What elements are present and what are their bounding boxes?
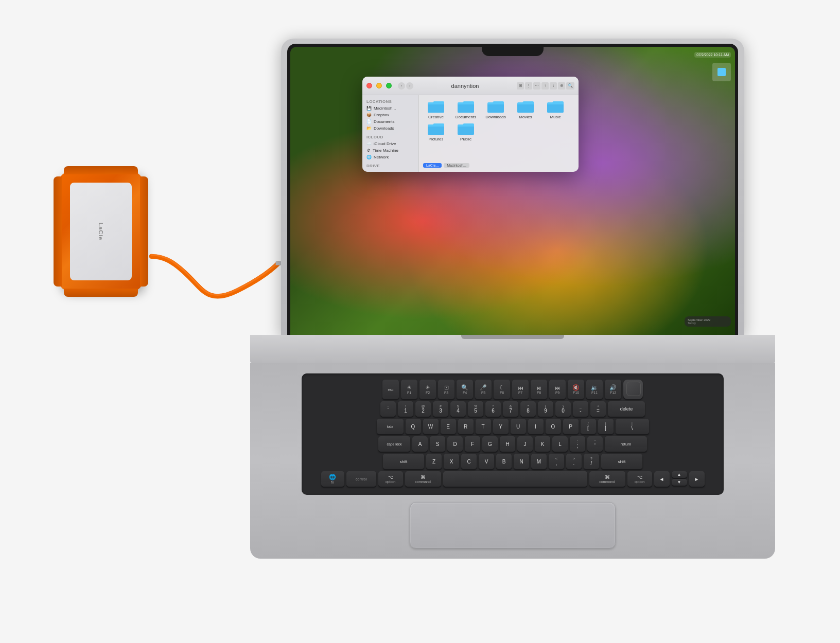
sidebar-item-network[interactable]: 🌐 Network xyxy=(362,154,418,160)
key-equals[interactable]: += xyxy=(590,401,606,417)
folder-item-downloads[interactable]: Downloads xyxy=(483,99,509,119)
folder-item-movies[interactable]: Movies xyxy=(513,99,538,119)
key-command-left[interactable]: ⌘ command xyxy=(405,471,441,487)
key-i[interactable]: I xyxy=(528,419,544,434)
folder-item-pictures[interactable]: Pictures xyxy=(423,121,449,141)
key-option-left[interactable]: ⌥ option xyxy=(378,471,403,487)
sidebar-item-icloud[interactable]: ☁️ iCloud Drive xyxy=(362,140,418,147)
key-6[interactable]: ^6 xyxy=(485,401,501,417)
key-f1[interactable]: ☀F1 xyxy=(401,380,417,399)
key-backslash[interactable]: |\ xyxy=(616,419,649,434)
sidebar-item-downloads[interactable]: 📂 Downloads xyxy=(362,125,418,132)
key-q[interactable]: Q xyxy=(406,419,421,434)
key-5[interactable]: %5 xyxy=(468,401,483,417)
key-comma[interactable]: <, xyxy=(549,454,564,469)
key-3[interactable]: #3 xyxy=(433,401,448,417)
key-c[interactable]: C xyxy=(461,454,477,469)
key-f11[interactable]: 🔉F11 xyxy=(586,380,603,399)
key-f4[interactable]: 🔍F4 xyxy=(457,380,473,399)
key-k[interactable]: K xyxy=(535,436,550,452)
minimize-button[interactable] xyxy=(376,83,382,88)
folder-item-music[interactable]: Music xyxy=(542,99,568,119)
key-2[interactable]: @2 xyxy=(415,401,431,417)
laptop-lid: 07/2/2022 10:11 AM September 2022 Today xyxy=(281,39,744,337)
key-4[interactable]: $4 xyxy=(450,401,466,417)
key-control[interactable]: control xyxy=(346,471,376,487)
key-touchid[interactable] xyxy=(623,380,643,399)
key-g[interactable]: G xyxy=(482,436,498,452)
key-shift-left[interactable]: shift xyxy=(383,454,424,469)
key-d[interactable]: D xyxy=(447,436,463,452)
key-fn[interactable]: 🌐 fn xyxy=(321,471,344,487)
key-capslock[interactable]: caps lock xyxy=(378,436,410,452)
key-period[interactable]: >. xyxy=(566,454,582,469)
key-w[interactable]: W xyxy=(423,419,439,434)
key-rbracket[interactable]: }] xyxy=(598,419,614,434)
folder-item-public[interactable]: Public xyxy=(453,121,479,141)
key-tab[interactable]: tab xyxy=(377,419,404,434)
key-0[interactable]: )0 xyxy=(555,401,571,417)
key-e[interactable]: E xyxy=(441,419,456,434)
key-a[interactable]: A xyxy=(412,436,428,452)
key-f7[interactable]: ⏮F7 xyxy=(512,380,529,399)
key-delete[interactable]: delete xyxy=(608,401,645,417)
key-lbracket[interactable]: {[ xyxy=(581,419,596,434)
key-h[interactable]: H xyxy=(500,436,515,452)
key-f8[interactable]: ⏯F8 xyxy=(531,380,547,399)
key-u[interactable]: U xyxy=(511,419,526,434)
maximize-button[interactable] xyxy=(386,83,392,88)
key-semicolon[interactable]: :; xyxy=(570,436,585,452)
key-n[interactable]: N xyxy=(514,454,529,469)
folder-item-creative[interactable]: Creative xyxy=(423,99,449,119)
trackpad[interactable] xyxy=(410,502,616,548)
key-return[interactable]: return xyxy=(605,436,647,452)
key-command-right[interactable]: ⌘ command xyxy=(589,471,625,487)
key-8[interactable]: *8 xyxy=(520,401,536,417)
key-arrow-up[interactable]: ▲ xyxy=(672,471,687,478)
key-r[interactable]: R xyxy=(458,419,474,434)
key-f12[interactable]: 🔊F12 xyxy=(605,380,621,399)
key-v[interactable]: V xyxy=(479,454,494,469)
key-f5[interactable]: 🎤F5 xyxy=(475,380,492,399)
key-9[interactable]: (9 xyxy=(538,401,553,417)
folder-item-documents[interactable]: Documents xyxy=(453,99,479,119)
key-f3[interactable]: ⊡F3 xyxy=(438,380,454,399)
key-b[interactable]: B xyxy=(496,454,512,469)
key-f[interactable]: F xyxy=(465,436,480,452)
sidebar-item-dropbox[interactable]: 📦 Dropbox xyxy=(362,112,418,118)
key-arrow-right[interactable]: ► xyxy=(689,471,705,487)
close-button[interactable] xyxy=(366,83,372,88)
key-f6[interactable]: ☾F6 xyxy=(494,380,510,399)
key-arrow-down[interactable]: ▼ xyxy=(672,479,687,486)
key-esc[interactable]: esc xyxy=(382,380,399,399)
key-quote[interactable]: "' xyxy=(587,436,603,452)
key-y[interactable]: Y xyxy=(493,419,509,434)
key-f2[interactable]: ☀F2 xyxy=(419,380,436,399)
key-backtick[interactable]: ~` xyxy=(380,401,396,417)
key-x[interactable]: X xyxy=(444,454,459,469)
key-shift-right[interactable]: shift xyxy=(601,454,642,469)
key-s[interactable]: S xyxy=(430,436,445,452)
key-t[interactable]: T xyxy=(476,419,491,434)
key-7[interactable]: &7 xyxy=(503,401,518,417)
key-option-right[interactable]: ⌥ option xyxy=(627,471,652,487)
key-arrow-left[interactable]: ◄ xyxy=(654,471,670,487)
key-m[interactable]: M xyxy=(531,454,547,469)
sidebar-item-timemachine[interactable]: ⏱ Time Machine xyxy=(362,147,418,154)
key-f10[interactable]: 🔇F10 xyxy=(568,380,584,399)
key-l[interactable]: L xyxy=(552,436,568,452)
key-o[interactable]: O xyxy=(546,419,561,434)
finder-toolbar: ‹ › dannyntion ⊞ ⋮ ⋯ ↑ ↓ xyxy=(362,77,579,95)
laptop-hinge xyxy=(461,335,564,339)
key-minus[interactable]: _- xyxy=(573,401,588,417)
sidebar-item-macintosh[interactable]: 💾 Macintosh... xyxy=(362,105,418,112)
key-j[interactable]: J xyxy=(517,436,533,452)
sidebar-item-documents[interactable]: 📄 Documents xyxy=(362,118,418,125)
key-p[interactable]: P xyxy=(563,419,579,434)
key-space[interactable] xyxy=(443,471,587,487)
key-z[interactable]: Z xyxy=(426,454,442,469)
touchid-sensor[interactable] xyxy=(626,382,641,396)
key-1[interactable]: !1 xyxy=(398,401,413,417)
key-f9[interactable]: ⏭F9 xyxy=(549,380,566,399)
key-slash[interactable]: ?/ xyxy=(584,454,599,469)
